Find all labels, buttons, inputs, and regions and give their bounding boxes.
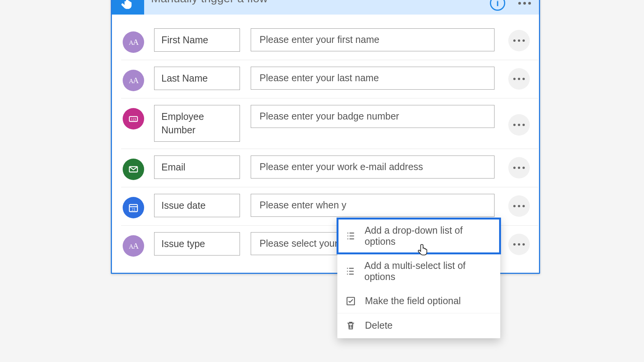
context-menu: Add a drop-down list of options Add a mu… [337, 218, 500, 338]
text-type-icon: AA [123, 70, 144, 91]
input-label[interactable]: Email [154, 156, 240, 179]
row-more-button[interactable] [508, 157, 530, 179]
date-type-icon: 21 [123, 197, 144, 218]
input-placeholder[interactable]: Please enter your last name [251, 67, 495, 90]
list-icon [345, 231, 356, 241]
trigger-icon-box [112, 0, 144, 15]
input-label[interactable]: Issue type [154, 232, 240, 256]
input-row: 123 Employee Number Please enter your ba… [112, 98, 539, 149]
trash-icon [345, 321, 356, 331]
input-placeholder[interactable]: Please enter your badge number [251, 105, 495, 128]
row-more-button[interactable] [508, 30, 530, 51]
menu-item-label: Add a multi-select list of options [365, 260, 493, 282]
list-icon [345, 266, 356, 276]
checkbox-icon [345, 296, 356, 306]
input-label[interactable]: Last Name [154, 67, 240, 90]
card-title: Manually trigger a flow [144, 0, 490, 4]
text-type-icon: AA [123, 235, 144, 257]
header-more-button[interactable] [517, 0, 532, 9]
row-more-button[interactable] [508, 195, 530, 217]
input-label[interactable]: First Name [154, 28, 240, 52]
input-row: Email Please enter your work e-mail addr… [112, 149, 539, 187]
text-type-icon: AA [123, 31, 144, 53]
svg-text:21: 21 [131, 207, 136, 211]
menu-item-label: Make the field optional [365, 295, 461, 306]
input-placeholder[interactable]: Please enter when y [251, 194, 495, 217]
row-more-button[interactable] [508, 114, 530, 136]
info-icon[interactable]: i [490, 0, 505, 11]
input-placeholder[interactable]: Please enter your first name [251, 28, 495, 51]
input-row: AA First Name Please enter your first na… [112, 21, 539, 60]
svg-text:123: 123 [131, 117, 136, 121]
row-more-button[interactable] [508, 234, 530, 255]
svg-text:A: A [133, 241, 139, 251]
svg-text:A: A [133, 76, 139, 85]
input-placeholder[interactable]: Please enter your work e-mail address [251, 156, 495, 179]
menu-item-label: Delete [365, 320, 393, 331]
cursor-pointer-icon [416, 243, 430, 260]
menu-make-optional[interactable]: Make the field optional [337, 289, 500, 313]
input-label[interactable]: Employee Number [154, 105, 240, 142]
menu-delete[interactable]: Delete [337, 313, 500, 337]
number-type-icon: 123 [123, 108, 144, 129]
card-header: Manually trigger a flow i [112, 0, 539, 15]
email-type-icon [123, 159, 144, 180]
input-label[interactable]: Issue date [154, 194, 240, 217]
input-row: AA Last Name Please enter your last name [112, 60, 539, 98]
svg-text:A: A [133, 38, 139, 47]
row-more-button[interactable] [508, 68, 530, 90]
trigger-hand-icon [120, 0, 136, 13]
